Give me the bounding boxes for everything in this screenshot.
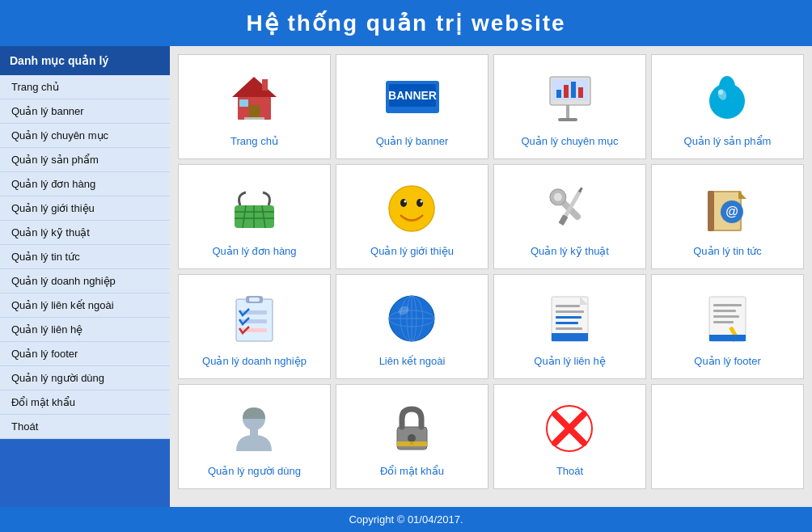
svg-rect-5	[244, 117, 264, 120]
sidebar-item-doanh-nghiep[interactable]: Quản lý doanh nghiệp	[0, 269, 170, 293]
svg-rect-64	[556, 322, 578, 324]
footer-text: Copyright © 01/04/2017.	[349, 513, 463, 526]
svg-point-29	[400, 199, 407, 207]
ky-thuat-icon	[541, 180, 599, 239]
svg-rect-62	[556, 310, 584, 313]
svg-rect-13	[571, 82, 576, 98]
grid-cell-banner-label: Quản lý banner	[376, 135, 449, 147]
grid-cell-nguoi-dung-label: Quản lý người dùng	[208, 465, 301, 477]
grid-cell-gioi-thieu[interactable]: Quản lý giới thiệu	[336, 164, 488, 269]
grid-row-1: Trang chủ BANNER Quản lý banner	[178, 54, 804, 159]
svg-rect-71	[713, 321, 734, 323]
svg-point-30	[417, 199, 423, 207]
grid-cell-tin-tuc[interactable]: @ Quản lý tin tức	[651, 164, 804, 269]
svg-rect-16	[558, 118, 577, 121]
sidebar-item-ky-thuat[interactable]: Quản lý kỹ thuật	[0, 221, 170, 245]
sidebar-item-nguoi-dung[interactable]: Quản lý người dùng	[0, 366, 170, 391]
grid-cell-ky-thuat[interactable]: Quản lý kỹ thuật	[493, 164, 646, 269]
svg-rect-63	[556, 316, 582, 319]
sidebar-item-chuyen-muc[interactable]: Quản lý chuyên mục	[0, 124, 170, 148]
grid-row-3: Quản lý doanh nghiệp	[178, 274, 804, 379]
svg-rect-12	[564, 85, 569, 98]
grid-cell-chuyen-muc[interactable]: Quản lý chuyên mục	[493, 54, 646, 159]
grid-cell-ky-thuat-label: Quản lý kỹ thuật	[531, 245, 609, 257]
sidebar-title: Danh mục quản lý	[0, 46, 170, 75]
sidebar-item-lien-ket-ngoai[interactable]: Quản lý liên kết ngoài	[0, 293, 170, 318]
sidebar-item-doi-mat-khau[interactable]: Đổi mật khẩu	[0, 391, 170, 415]
grid-cell-doanh-nghiep-label: Quản lý doanh nghiệp	[202, 355, 307, 367]
footer-icon	[699, 290, 757, 348]
grid-cell-empty	[651, 384, 804, 489]
mat-khau-icon	[383, 400, 442, 458]
don-hang-icon	[226, 180, 284, 239]
svg-rect-68	[713, 304, 742, 306]
svg-text:@: @	[725, 205, 738, 218]
grid-cell-san-pham[interactable]: Quản lý sản phẩm	[651, 54, 804, 159]
doanh-nghiep-icon	[226, 290, 284, 348]
san-pham-icon	[699, 70, 757, 129]
svg-marker-44	[738, 191, 746, 199]
grid-row-4: Quản lý người dùng Đ	[178, 384, 804, 489]
sidebar-item-trang-chu[interactable]: Trang chủ	[0, 75, 170, 99]
grid-cell-mat-khau[interactable]: Đổi mật khẩu	[336, 384, 488, 489]
grid-cell-don-hang-label: Quản lý đơn hàng	[212, 245, 296, 257]
svg-rect-74	[709, 335, 746, 341]
sidebar-item-lien-he[interactable]: Quản lý liên hệ	[0, 318, 170, 342]
sidebar-item-banner[interactable]: Quản lý banner	[0, 99, 170, 124]
house-icon	[226, 70, 284, 129]
grid-cell-lien-ket-label: Liên kết ngoài	[379, 355, 446, 367]
main-container: Danh mục quản lý Trang chủ Quản lý banne…	[0, 46, 812, 507]
svg-rect-11	[556, 90, 561, 98]
sidebar-item-gioi-thieu[interactable]: Quản lý giới thiệu	[0, 196, 170, 221]
svg-rect-67	[709, 297, 746, 341]
grid-cell-mat-khau-label: Đổi mật khẩu	[380, 465, 444, 477]
sidebar-item-footer[interactable]: Quản lý footer	[0, 342, 170, 366]
grid-cell-doanh-nghiep[interactable]: Quản lý doanh nghiệp	[178, 274, 331, 379]
sidebar: Danh mục quản lý Trang chủ Quản lý banne…	[0, 46, 170, 507]
grid-cell-thoat[interactable]: Thoát	[493, 384, 646, 489]
svg-rect-4	[262, 79, 268, 91]
svg-marker-1	[232, 77, 277, 97]
svg-rect-76	[250, 429, 258, 437]
tin-tuc-icon: @	[699, 180, 757, 239]
grid-cell-banner[interactable]: BANNER Quản lý banner	[336, 54, 488, 159]
banner-icon: BANNER	[383, 70, 442, 129]
gioi-thieu-icon	[383, 180, 442, 239]
svg-rect-80	[397, 441, 427, 446]
svg-rect-14	[578, 87, 583, 98]
svg-rect-41	[708, 191, 714, 231]
lien-he-icon	[541, 290, 599, 348]
grid-cell-footer-label: Quản lý footer	[694, 355, 760, 367]
grid-cell-nguoi-dung[interactable]: Quản lý người dùng	[178, 384, 331, 489]
svg-point-20	[718, 90, 723, 95]
sidebar-item-thoat[interactable]: Thoát	[0, 415, 170, 439]
grid-cell-footer[interactable]: Quản lý footer	[651, 274, 804, 379]
sidebar-item-don-hang[interactable]: Quản lý đơn hàng	[0, 172, 170, 196]
sidebar-item-tin-tuc[interactable]: Quản lý tin tức	[0, 245, 170, 269]
grid-cell-san-pham-label: Quản lý sản phẩm	[684, 135, 772, 147]
svg-rect-47	[249, 298, 260, 302]
svg-text:BANNER: BANNER	[388, 89, 437, 102]
footer: Copyright © 01/04/2017.	[0, 507, 812, 532]
grid-row-2: Quản lý đơn hàng	[178, 164, 804, 269]
svg-rect-61	[556, 305, 580, 307]
grid-cell-thoat-label: Thoát	[556, 465, 583, 477]
svg-point-31	[404, 201, 407, 203]
svg-rect-70	[713, 315, 739, 318]
svg-rect-65	[556, 327, 582, 330]
lien-ket-icon	[383, 290, 442, 348]
grid-cell-don-hang[interactable]: Quản lý đơn hàng	[178, 164, 331, 269]
chuyen-muc-icon	[541, 70, 599, 129]
sidebar-item-san-pham[interactable]: Quản lý sản phẩm	[0, 148, 170, 172]
thoat-icon	[541, 400, 599, 458]
grid-cell-trang-chu[interactable]: Trang chủ	[178, 54, 331, 159]
nguoi-dung-icon	[226, 400, 284, 458]
grid-cell-lien-ket[interactable]: Liên kết ngoài	[336, 274, 488, 379]
svg-point-32	[421, 201, 423, 203]
grid-cell-lien-he-label: Quản lý liên hệ	[534, 355, 605, 367]
grid-cell-tin-tuc-label: Quản lý tin tức	[693, 245, 762, 257]
grid-cell-chuyen-muc-label: Quản lý chuyên mục	[521, 135, 618, 147]
header: Hệ thống quản trị website	[0, 0, 812, 46]
svg-rect-69	[713, 310, 736, 312]
grid-cell-lien-he[interactable]: Quản lý liên hệ	[493, 274, 646, 379]
